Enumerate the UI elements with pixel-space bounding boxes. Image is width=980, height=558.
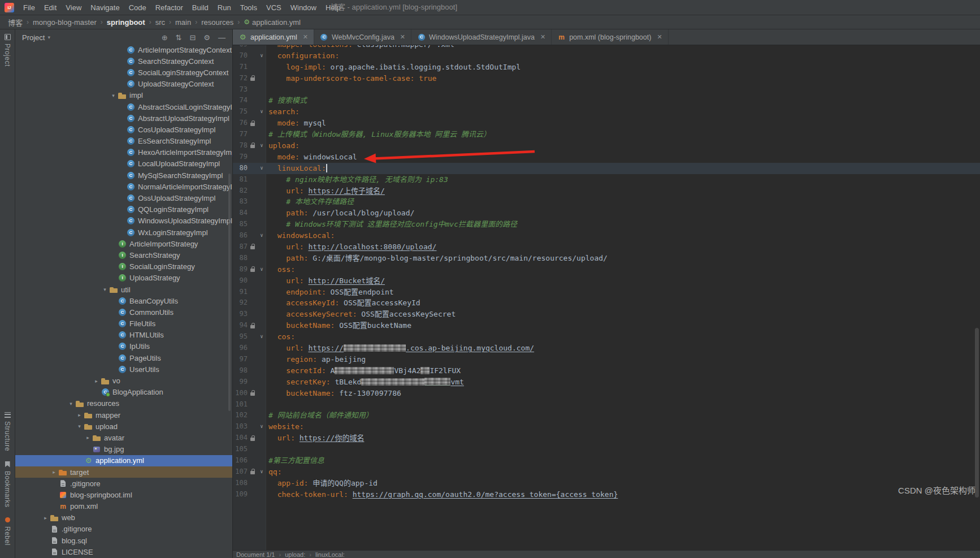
code-line[interactable]: 98 secretId: AVBj4A2IF2lFUX (233, 365, 980, 377)
tree-item[interactable]: CosUploadStrategyImpl (15, 124, 232, 135)
menu-tools[interactable]: Tools (236, 2, 262, 14)
code-line[interactable]: 109 check-token-url: https://graph.qq.co… (233, 489, 980, 500)
code-line[interactable]: 92 accessKeyId: OSS配置accessKeyId (233, 297, 980, 309)
editor-scrollbar[interactable] (975, 328, 979, 498)
tree-item[interactable]: bg.jpg (15, 444, 232, 455)
tree-item[interactable]: BlogApplication (15, 387, 232, 398)
tree-item[interactable]: ▾impl (15, 90, 232, 101)
tree-item[interactable]: MySqlSearchStrategyImpl (15, 170, 232, 181)
tree-item[interactable]: IpUtils (15, 341, 232, 352)
fold-icon[interactable]: ∨ (258, 140, 266, 152)
tree-item[interactable]: LICENSE (15, 546, 232, 557)
code-line[interactable]: 105 (233, 444, 980, 455)
tree-item[interactable]: PageUtils (15, 352, 232, 364)
fold-icon[interactable]: ∨ (258, 264, 266, 275)
tree-item[interactable]: LocalUploadStrategyImpl (15, 158, 232, 170)
tree-item[interactable]: application.yml (15, 455, 232, 466)
code-line[interactable]: 84 path: /usr/local/blog/upload/ (233, 207, 980, 219)
stripe-project-button[interactable]: Project (3, 33, 11, 67)
tree-item[interactable]: SearchStrategy (15, 249, 232, 261)
code-line[interactable]: 106#第三方配置信息 (233, 455, 980, 466)
tree-item[interactable]: blog-springboot.iml (15, 489, 232, 500)
code-line[interactable]: 74# 搜索模式 (233, 95, 980, 106)
code-line[interactable]: 99 secretKey: tBLekdvmt (233, 377, 980, 388)
breadcrumb-item[interactable]: springboot (107, 18, 145, 27)
stripe-rebel-button[interactable]: Rebel (3, 516, 11, 546)
status-crumb[interactable]: linuxLocal: (315, 551, 345, 558)
expand-all-icon[interactable]: ⇅ (176, 33, 182, 42)
code-line[interactable]: 96 url: https://.cos.ap-beijing.myqcloud… (233, 343, 980, 354)
menu-file[interactable]: File (19, 2, 40, 14)
tree-item[interactable]: WindowsUploadStrategyImpl (15, 215, 232, 227)
settings-gear-icon[interactable]: ⚙ (203, 33, 210, 42)
code-line[interactable]: 69 mapper-locations: classpath:mapper/*.… (233, 45, 980, 50)
menu-code[interactable]: Code (124, 2, 151, 14)
tree-item[interactable]: FileUtils (15, 318, 232, 330)
tree-item[interactable]: SocialLoginStrategyContext (15, 67, 232, 78)
stripe-structure-button[interactable]: Structure (3, 411, 11, 451)
code-line[interactable]: 107∨qq: (233, 466, 980, 478)
code-line[interactable]: 101 (233, 399, 980, 410)
code-line[interactable]: 87 url: http://localhost:8080/upload/ (233, 241, 980, 253)
tree-item[interactable]: EsSearchStrategyImpl (15, 136, 232, 147)
code-line[interactable]: 82 url: https://上传子域名/ (233, 185, 980, 197)
menu-navigate[interactable]: Navigate (86, 2, 124, 14)
menu-refactor[interactable]: Refactor (151, 2, 188, 14)
close-icon[interactable]: ✕ (657, 33, 662, 41)
code-line[interactable]: 100 bucketName: ftz-1307097786 (233, 388, 980, 399)
fold-icon[interactable]: ∨ (258, 230, 266, 241)
stripe-bookmarks-button[interactable]: Bookmarks (3, 461, 11, 508)
code-line[interactable]: 72 map-underscore-to-camel-case: true (233, 73, 980, 84)
code-line[interactable]: 89∨ oss: (233, 264, 980, 275)
code-line[interactable]: 85 # Windows环境下测试 这里路径对应config中mvc拦截器里面的… (233, 219, 980, 230)
menu-edit[interactable]: Edit (40, 2, 61, 14)
chevron-expanded-icon[interactable]: ▾ (75, 423, 84, 429)
collapse-all-icon[interactable]: ⊟ (189, 33, 196, 42)
breadcrumb-item[interactable]: 博客 (8, 17, 23, 28)
tree-item[interactable]: UserUtils (15, 364, 232, 375)
code-line[interactable]: 103∨website: (233, 421, 980, 432)
code-line[interactable]: 93 accessKeySecret: OSS配置accessKeySecret (233, 309, 980, 320)
tree-item[interactable]: SocialLoginStrategy (15, 261, 232, 272)
fold-icon[interactable]: ∨ (258, 106, 266, 118)
breadcrumb-item[interactable]: mongo-blog-master (33, 18, 97, 27)
fold-icon[interactable]: ∨ (258, 163, 266, 174)
menu-view[interactable]: View (61, 2, 86, 14)
tab-webmvcconfig.java[interactable]: WebMvcConfig.java✕ (314, 29, 411, 45)
tab-application.yml[interactable]: application.yml✕ (233, 29, 314, 45)
editor[interactable]: 69 mapper-locations: classpath:mapper/*.… (233, 45, 980, 550)
code-line[interactable]: 78∨upload: (233, 140, 980, 152)
code-line[interactable]: 90 url: http://Bucket域名/ (233, 275, 980, 287)
tree-item[interactable]: ▾util (15, 284, 232, 295)
code-line[interactable]: 77# 上传模式（Window服务器, Linux服务器本地 阿里云 腾讯云） (233, 129, 980, 140)
close-icon[interactable]: ✕ (303, 33, 308, 41)
chevron-collapsed-icon[interactable]: ▸ (50, 469, 58, 475)
tree-item[interactable]: ▾resources (15, 398, 232, 409)
code-line[interactable]: 95∨ cos: (233, 331, 980, 343)
hide-panel-icon[interactable]: — (218, 33, 226, 42)
fold-icon[interactable]: ∨ (258, 50, 266, 62)
chevron-collapsed-icon[interactable]: ▸ (92, 378, 101, 384)
tree-item[interactable]: HexoArticleImportStrategyImpl (15, 147, 232, 158)
tree-item[interactable]: ▸web (15, 512, 232, 524)
close-icon[interactable]: ✕ (400, 33, 405, 41)
code-line[interactable]: 86∨ windowsLocal: (233, 230, 980, 241)
tree-item[interactable]: WxLoginStrategyImpl (15, 227, 232, 238)
tree-item[interactable]: QQLoginStrategyImpl (15, 204, 232, 215)
code-line[interactable]: 83 # 本地文件存储路径 (233, 196, 980, 207)
tree-item[interactable]: pom.xml (15, 501, 232, 512)
tree-item[interactable]: ▸avatar (15, 432, 232, 443)
tree-item[interactable]: ▾upload (15, 421, 232, 432)
fold-icon[interactable]: ∨ (258, 466, 266, 478)
tree-item[interactable]: OssUploadStrategyImpl (15, 192, 232, 204)
menu-window[interactable]: Window (286, 2, 321, 14)
tree-item[interactable]: HTMLUtils (15, 330, 232, 341)
code-line[interactable]: 73 (233, 84, 980, 96)
tree-item[interactable]: AbstractSocialLoginStrategyImpl (15, 101, 232, 113)
code-line[interactable]: 71 log-impl: org.apache.ibatis.logging.s… (233, 62, 980, 73)
tree-item[interactable]: ▸target (15, 466, 232, 478)
close-icon[interactable]: ✕ (540, 33, 545, 41)
tree-item[interactable]: BeanCopyUtils (15, 295, 232, 306)
tab-windowsuploadstrategyimpl.java[interactable]: WindowsUploadStrategyImpl.java✕ (411, 29, 552, 45)
chevron-expanded-icon[interactable]: ▾ (101, 287, 109, 292)
